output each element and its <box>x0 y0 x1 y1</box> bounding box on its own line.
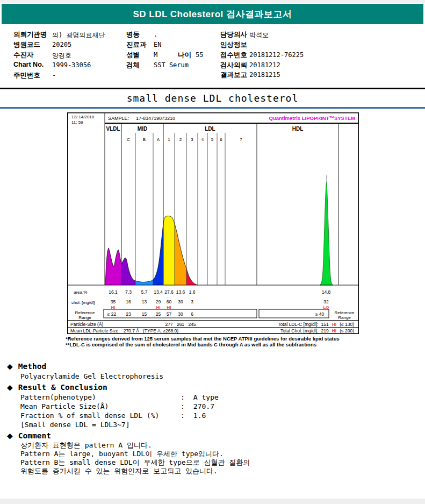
resident-id-value: - <box>52 72 56 79</box>
result-body: Pattern(phenotype) : A type Mean Particl… <box>20 393 418 429</box>
result-row-label: Pattern(phenotype) <box>20 393 181 402</box>
ref-range-label-right-1: Reference <box>335 310 355 315</box>
ref-value: 57 <box>167 311 172 317</box>
area-value: 16.1 <box>109 289 118 295</box>
report-title-banner: SD LDL Cholesterol 검사결과보고서 <box>2 4 423 24</box>
ref-value: ≤ 22 <box>107 311 117 317</box>
chol-value: 60 <box>167 299 172 304</box>
result-colon: : <box>181 393 185 402</box>
band-title-vldl: VLDL <box>106 126 120 132</box>
resident-id-label: 주민번호 <box>13 71 40 80</box>
result-row-value: 1.6 <box>193 411 206 420</box>
chol-value: 35 <box>111 299 116 304</box>
ref-range-label-left-1: Reference <box>75 310 95 315</box>
sample-label: SAMPLE: <box>108 116 129 121</box>
ldl2-area <box>175 224 186 285</box>
area-value-hdl: 14.8 <box>322 289 331 295</box>
band-title-hdl: HDL <box>292 126 304 132</box>
ref-value: 15 <box>142 311 147 317</box>
total-ldl-value: 151 <box>321 322 328 327</box>
ref-value: 30 <box>178 311 183 317</box>
order-date-label: 검사의뢰 <box>220 61 247 70</box>
result-row-value: 270.7 <box>193 402 214 411</box>
method-heading-text: Method <box>18 362 46 371</box>
particle-size-value: 277 <box>165 322 172 327</box>
accession-label: 접수번호 <box>220 51 247 60</box>
particle-size-label: Particle-Size (Å) <box>70 322 104 327</box>
doctor-label: 담당의사 <box>220 30 247 39</box>
total-chol-ref: (≤ 200) <box>340 328 354 333</box>
ward-label: 병동 <box>126 30 140 39</box>
result-note: [Small dense LDL = LDL3~7] <box>20 420 418 429</box>
diamond-icon: ◆ <box>7 383 13 392</box>
footnote-1: *Reference ranges derived from 125 serum… <box>66 336 340 342</box>
sub-label-a: A <box>157 137 160 142</box>
result-row: Fraction % of small dense LDL (%) : 1.6 <box>20 411 418 420</box>
band-title-mid: MID <box>138 126 147 132</box>
total-ldl-label: Total LDL-C [mg/dl]: <box>278 322 318 327</box>
area-value: 13.4 <box>154 289 163 295</box>
lipoprint-panel: 12/ 14/2018 11: 59 SAMPLE: 17-8347190732… <box>67 112 359 334</box>
ref-range-label-left-2: Range <box>78 315 91 320</box>
area-value: 1.6 <box>189 289 196 295</box>
age-label: 나이 <box>178 51 191 60</box>
hdl-peak-area <box>320 182 333 285</box>
sub-label-1: 1 <box>168 137 170 142</box>
panel-date: 12/ 14/2018 <box>71 115 95 119</box>
mid-a-area <box>153 224 163 285</box>
area-value: 7.3 <box>125 289 132 295</box>
comment-line: 위험도를 증가시킬 수 있는 위험인자로 보고되고 있습니다. <box>20 467 418 475</box>
chol-value: 16 <box>126 299 131 304</box>
ldl3-area <box>186 268 198 285</box>
report-sections: ◆ Method Polyacrylamide Gel Electrophore… <box>7 361 418 475</box>
comment-heading: ◆ Comment <box>7 431 418 441</box>
ref-value: 23 <box>126 311 131 317</box>
chol-row-label: chol. [mg/dl] <box>71 300 95 305</box>
result-colon: : <box>181 411 185 420</box>
chart-no-value: 1999-33056 <box>52 61 91 69</box>
area-value: 27.6 <box>164 289 174 295</box>
report-page: SD LDL Cholesterol 검사결과보고서 의뢰기관명 의) 광명의료… <box>0 0 425 504</box>
report-date-label: 결과보고 <box>220 70 247 80</box>
result-heading-text: Result & Conclusion <box>18 383 107 392</box>
bottom-margin-strip <box>0 499 425 504</box>
mid-b-area <box>135 280 153 285</box>
dept-value: EN <box>154 41 161 48</box>
mean-particle-label: Mean LDL-Particle Size: <box>70 328 120 333</box>
diamond-icon: ◆ <box>7 362 13 371</box>
comment-line: Pattern A는 large, buoyant LDL이 우세한 type입… <box>20 450 418 458</box>
report-title: SD LDL Cholesterol 검사결과보고서 <box>133 8 292 20</box>
org-value: 의) 광명의료재단 <box>52 31 105 40</box>
comment-line: Pattern B는 small dense LDL이 우세한 type으로 심… <box>20 458 418 467</box>
patient-name-value: 양경호 <box>52 51 71 60</box>
sub-label-2: 2 <box>179 137 182 142</box>
area-row-label: area.% <box>74 290 87 295</box>
age-value: 55 <box>196 51 203 59</box>
org-label: 의뢰기관명 <box>13 30 47 39</box>
hospital-code-label: 병원코드 <box>13 40 40 49</box>
particle-size-value: 261 <box>177 322 184 327</box>
band-title-ldl: LDL <box>205 126 215 132</box>
result-row-label: Fraction % of small dense LDL (%) <box>20 411 181 420</box>
order-date-value: 20181212 <box>249 61 280 69</box>
total-chol-label: Total Chol. [mg/dl]: <box>280 328 318 333</box>
chol-value: 13 <box>142 299 147 304</box>
total-chol-flag: HI <box>332 328 337 333</box>
total-ldl-flag: HI <box>332 322 337 327</box>
chol-value: 30 <box>178 299 183 304</box>
area-value: 13.6 <box>176 289 185 295</box>
mid-c-area <box>121 258 135 285</box>
doctor-value: 박석오 <box>249 31 269 40</box>
sub-label-b: B <box>143 137 146 142</box>
footnote-2: **LDL-C is comprised of the sum of chole… <box>66 342 316 347</box>
specimen-label: 검체 <box>126 61 140 70</box>
chol-value-hdl: 32 <box>323 299 329 304</box>
section-title: small dense LDL cholesterol <box>0 93 425 104</box>
total-ldl-row: Total LDL-C [mg/dl]:151HI(≤ 130) <box>278 322 354 327</box>
diamond-icon: ◆ <box>7 431 13 440</box>
result-row: Pattern(phenotype) : A type <box>20 393 418 402</box>
result-row-value: A type <box>193 393 219 402</box>
sub-label-5: 5 <box>211 137 214 142</box>
report-date-value: 20181215 <box>249 71 280 79</box>
result-row-label: Mean Particle Size(Å) <box>20 402 181 411</box>
